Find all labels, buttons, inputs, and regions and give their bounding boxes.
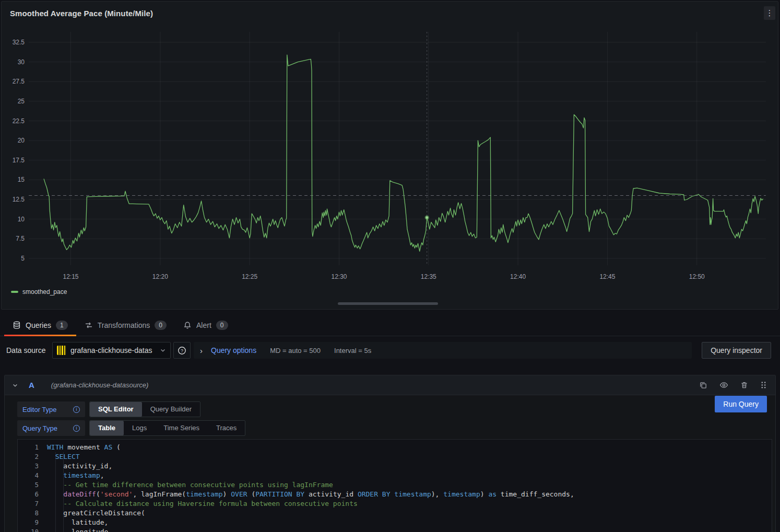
tab-badge: 0	[216, 321, 228, 330]
svg-text:12:25: 12:25	[242, 273, 257, 280]
drag-handle-grip-icon[interactable]	[759, 380, 768, 390]
editor-type-label: Editor Type	[22, 406, 57, 413]
collapse-chevron-icon[interactable]	[12, 382, 18, 388]
database-icon	[13, 321, 21, 329]
svg-text:25: 25	[18, 98, 25, 105]
tab-label: Queries	[26, 321, 51, 329]
query-type-row: Query Type i Table Logs Time Series Trac…	[17, 420, 767, 436]
svg-text:10: 10	[18, 216, 25, 223]
query-options-link[interactable]: Query options	[211, 346, 256, 354]
duplicate-query-icon[interactable]	[698, 380, 708, 391]
chart-panel: Smoothed Average Pace (Minute/Mile) ⋮ 32…	[1, 1, 778, 310]
line-number: 9	[18, 518, 47, 527]
editor-type-toggle: SQL Editor Query Builder	[89, 401, 200, 417]
datasource-value: grafana-clickhouse-datas	[70, 346, 156, 354]
option-logs[interactable]: Logs	[124, 421, 155, 435]
tab-badge: 0	[155, 321, 167, 330]
svg-text:12:15: 12:15	[63, 273, 79, 280]
svg-text:12:50: 12:50	[689, 273, 705, 280]
svg-text:12:35: 12:35	[421, 273, 436, 280]
editor-tabs: Queries 1 Transformations 0 Alert	[0, 314, 780, 336]
query-options-strip: › Query options MD = auto = 500 Interval…	[194, 342, 692, 359]
option-traces[interactable]: Traces	[208, 421, 245, 435]
query-inspector-button[interactable]: Query inspector	[702, 342, 771, 359]
line-number: 7	[18, 499, 47, 509]
expand-options-icon[interactable]: ›	[200, 347, 203, 354]
option-time-series[interactable]: Time Series	[155, 421, 208, 435]
panel-resize-handle[interactable]	[338, 302, 438, 305]
panel-menu-icon[interactable]: ⋮	[764, 6, 775, 20]
info-icon[interactable]: i	[73, 425, 80, 432]
sql-code: 1WITH movement AS (2 SELECT3 activity_id…	[18, 443, 772, 532]
code-line[interactable]: 2 SELECT	[18, 452, 772, 462]
info-icon[interactable]: i	[73, 406, 80, 413]
svg-text:?: ?	[181, 348, 183, 353]
editor-type-label-box: Editor Type i	[17, 401, 85, 417]
datasource-help-button[interactable]: ?	[173, 342, 191, 359]
query-editor-card: A (grafana-clickhouse-datasource)	[4, 375, 776, 532]
interval-summary: Interval = 5s	[334, 347, 371, 354]
svg-text:12:45: 12:45	[599, 273, 615, 280]
code-line[interactable]: 3 activity_id,	[18, 462, 772, 471]
option-sql-editor[interactable]: SQL Editor	[90, 402, 142, 417]
sql-editor[interactable]: 1WITH movement AS (2 SELECT3 activity_id…	[17, 439, 772, 532]
option-table[interactable]: Table	[90, 421, 124, 435]
query-type-label-box: Query Type i	[17, 420, 85, 436]
svg-text:30: 30	[18, 58, 25, 66]
line-number: 2	[18, 452, 47, 462]
legend-label[interactable]: smoothed_pace	[22, 288, 67, 295]
code-line[interactable]: 1WITH movement AS (	[18, 443, 772, 452]
max-datapoints-summary: MD = auto = 500	[270, 347, 321, 354]
tab-queries[interactable]: Queries 1	[4, 314, 76, 336]
delete-query-trash-icon[interactable]	[739, 380, 749, 390]
code-line[interactable]: 9 latitude,	[18, 518, 772, 527]
panel-title: Smoothed Average Pace (Minute/Mile)	[10, 9, 153, 18]
query-row-header[interactable]: A (grafana-clickhouse-datasource)	[5, 375, 775, 395]
tab-badge: 1	[56, 321, 68, 330]
line-number: 10	[18, 527, 47, 532]
tab-transformations[interactable]: Transformations 0	[76, 314, 175, 336]
hide-query-eye-icon[interactable]	[718, 380, 729, 391]
svg-text:12.5: 12.5	[13, 196, 25, 203]
svg-text:12:20: 12:20	[152, 273, 168, 280]
datasource-picker[interactable]: grafana-clickhouse-datas	[52, 342, 171, 359]
query-ref-id[interactable]: A	[29, 381, 34, 389]
grafana-panel-editor: Smoothed Average Pace (Minute/Mile) ⋮ 32…	[0, 0, 780, 532]
svg-text:7.5: 7.5	[16, 235, 25, 242]
code-line[interactable]: 10 longitude,	[18, 527, 772, 532]
datasource-toolbar: Data source grafana-clickhouse-datas ? ›…	[0, 342, 780, 360]
svg-text:20: 20	[18, 137, 25, 144]
time-series-chart[interactable]: 32.53027.52522.52017.51512.5107.5512:151…	[6, 28, 774, 283]
code-line[interactable]: 7 -- Calculate distance using Haversine …	[18, 499, 772, 509]
line-number: 6	[18, 490, 47, 499]
code-line[interactable]: 5 -- Get time difference between consecu…	[18, 480, 772, 490]
svg-text:5: 5	[21, 255, 25, 262]
code-line[interactable]: 6 dateDiff('second', lagInFrame(timestam…	[18, 490, 772, 499]
query-type-label: Query Type	[22, 424, 57, 432]
chevron-down-icon	[160, 347, 166, 353]
process-icon	[85, 321, 93, 329]
svg-text:12:40: 12:40	[510, 273, 526, 280]
option-query-builder[interactable]: Query Builder	[142, 402, 200, 417]
query-datasource-hint: (grafana-clickhouse-datasource)	[51, 381, 148, 389]
svg-text:17.5: 17.5	[13, 157, 25, 164]
svg-text:27.5: 27.5	[13, 78, 25, 85]
tab-alert[interactable]: Alert 0	[175, 314, 236, 336]
datasource-label: Data source	[6, 342, 45, 359]
tab-label: Transformations	[98, 321, 150, 329]
code-line[interactable]: 4 timestamp,	[18, 471, 772, 480]
tab-label: Alert	[196, 321, 211, 329]
bell-icon	[183, 321, 192, 329]
legend: smoothed_pace	[11, 288, 67, 295]
line-number: 4	[18, 471, 47, 480]
line-number: 3	[18, 462, 47, 471]
run-query-button[interactable]: Run Query	[715, 396, 767, 412]
clickhouse-logo-icon	[57, 346, 66, 355]
query-type-toggle: Table Logs Time Series Traces	[89, 420, 245, 436]
active-tab-underline	[4, 335, 76, 336]
code-line[interactable]: 8 greatCircleDistance(	[18, 509, 772, 518]
line-number: 8	[18, 509, 47, 518]
svg-text:15: 15	[18, 176, 25, 183]
line-number: 5	[18, 480, 47, 490]
line-number: 1	[18, 443, 47, 452]
